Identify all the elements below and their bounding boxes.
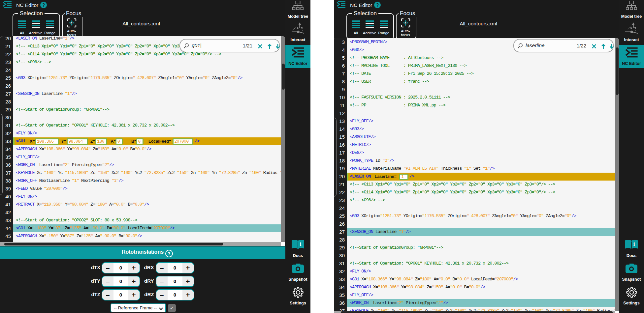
svg-text:i: i [633, 241, 635, 247]
svg-text:i: i [300, 241, 302, 247]
